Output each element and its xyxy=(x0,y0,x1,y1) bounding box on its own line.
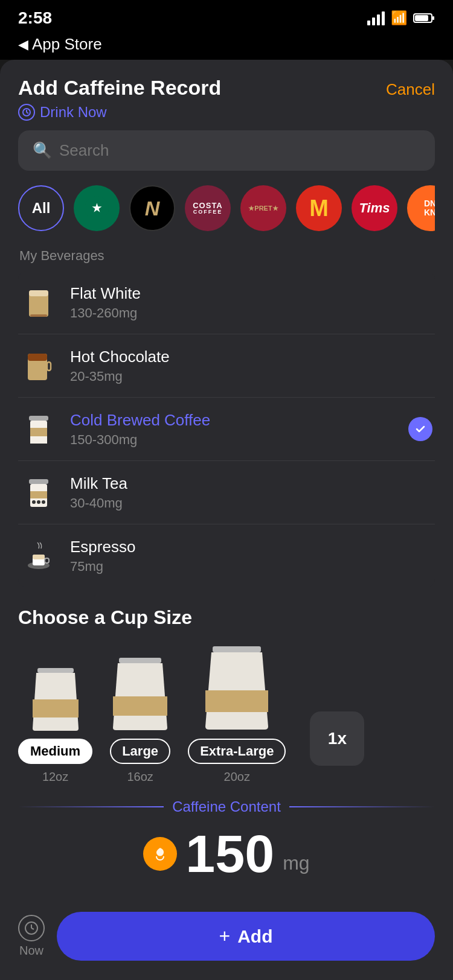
svg-rect-27 xyxy=(45,558,49,563)
cup-oz-medium: 12oz xyxy=(42,770,68,784)
drink-now-label: Drink Now xyxy=(40,104,107,121)
list-item[interactable]: Cold Brewed Coffee 150-300mg xyxy=(18,398,435,461)
svg-rect-13 xyxy=(47,362,51,371)
caffeine-divider-right xyxy=(289,806,435,807)
brand-chip-starbucks[interactable]: ★ xyxy=(74,185,120,231)
cup-size-medium[interactable]: Medium 12oz xyxy=(18,663,92,784)
add-button-label: Add xyxy=(237,926,272,947)
bev-icon-espresso xyxy=(18,535,59,576)
drink-now-icon xyxy=(18,104,35,121)
svg-line-37 xyxy=(31,928,34,929)
add-plus-icon: + xyxy=(219,925,230,947)
list-item[interactable]: Espresso 75mg xyxy=(18,524,435,587)
back-nav[interactable]: ◀ App Store xyxy=(0,33,453,60)
svg-rect-16 xyxy=(30,428,47,436)
cup-size-extra-large[interactable]: Extra-Large 20oz xyxy=(188,643,286,784)
back-label: App Store xyxy=(32,35,102,54)
brand-chip-tims[interactable]: Tims xyxy=(352,185,397,231)
now-label: Now xyxy=(19,944,43,958)
bev-name-milk-tea: Milk Tea xyxy=(70,474,435,493)
brand-chip-pret[interactable]: ★PRET★ xyxy=(240,185,286,231)
svg-rect-30 xyxy=(119,658,161,663)
bev-info-espresso: Espresso 75mg xyxy=(70,538,435,574)
svg-rect-12 xyxy=(28,354,47,361)
back-arrow-icon: ◀ xyxy=(18,37,28,52)
svg-point-21 xyxy=(32,500,36,504)
svg-rect-2 xyxy=(415,15,428,21)
list-item[interactable]: Flat White 130-260mg xyxy=(18,271,435,334)
bev-selected-check xyxy=(408,417,432,441)
svg-line-5 xyxy=(27,112,28,113)
list-item[interactable]: Milk Tea 30-40mg xyxy=(18,461,435,524)
wifi-icon: 📶 xyxy=(391,10,407,26)
svg-rect-14 xyxy=(29,416,48,421)
search-input[interactable] xyxy=(59,141,420,160)
cup-oz-large: 16oz xyxy=(127,770,153,784)
bev-icon-milk-tea xyxy=(18,472,59,513)
search-bar[interactable]: 🔍 xyxy=(18,130,435,171)
bev-name-hot-chocolate: Hot Chocolate xyxy=(70,348,435,366)
svg-rect-32 xyxy=(213,646,261,652)
caffeine-content-label: Caffeine Content xyxy=(172,798,281,815)
drink-now-row[interactable]: Drink Now xyxy=(18,104,221,121)
cup-size-section: Choose a Cup Size Medium 12oz L xyxy=(18,606,435,784)
status-time: 2:58 xyxy=(18,8,52,28)
brand-chip-costa[interactable]: COSTA COFFEE xyxy=(185,185,231,231)
svg-rect-28 xyxy=(37,668,74,673)
caffeine-divider-row: Caffeine Content xyxy=(18,798,435,815)
add-button[interactable]: + Add xyxy=(57,912,435,961)
status-bar: 2:58 📶 xyxy=(0,0,453,33)
svg-rect-29 xyxy=(33,699,79,718)
caffeine-amount-row: 150 mg xyxy=(143,827,309,880)
brand-chip-nespresso[interactable]: N xyxy=(129,185,175,231)
sheet-title-group: Add Caffeine Record Drink Now xyxy=(18,77,221,121)
add-footer: Now + Add xyxy=(18,900,435,980)
svg-rect-33 xyxy=(205,690,268,712)
battery-icon xyxy=(413,13,435,24)
cup-size-title: Choose a Cup Size xyxy=(18,606,435,629)
bev-caffeine-hot-chocolate: 20-35mg xyxy=(70,369,435,384)
beverages-list: Flat White 130-260mg Hot Chocolate 20-35… xyxy=(18,271,435,587)
brand-chip-mcdonalds[interactable]: M xyxy=(296,185,342,231)
now-button[interactable]: Now xyxy=(18,915,45,958)
bev-icon-hot-chocolate xyxy=(18,345,59,386)
caffeine-number: 150 xyxy=(185,827,274,880)
svg-rect-10 xyxy=(30,314,47,317)
brand-chip-all[interactable]: All xyxy=(18,185,64,231)
bev-caffeine-cold-brewed: 150-300mg xyxy=(70,432,397,448)
svg-rect-31 xyxy=(113,696,167,716)
svg-point-22 xyxy=(37,500,40,504)
svg-text:★: ★ xyxy=(92,202,102,214)
status-icons: 📶 xyxy=(367,10,435,26)
svg-rect-26 xyxy=(33,555,45,559)
cancel-button[interactable]: Cancel xyxy=(386,77,435,99)
bev-icon-cold-brewed xyxy=(18,409,59,450)
bev-name-espresso: Espresso xyxy=(70,538,435,556)
caffeine-unit: mg xyxy=(283,852,309,880)
bev-info-hot-chocolate: Hot Chocolate 20-35mg xyxy=(70,348,435,384)
search-icon: 🔍 xyxy=(33,141,52,160)
list-item[interactable]: Hot Chocolate 20-35mg xyxy=(18,334,435,398)
svg-rect-9 xyxy=(29,290,48,296)
brand-chip-dunkin[interactable]: DNKN xyxy=(407,185,435,231)
cup-size-large[interactable]: Large 16oz xyxy=(107,654,173,784)
bev-info-milk-tea: Milk Tea 30-40mg xyxy=(70,474,435,511)
bev-caffeine-milk-tea: 30-40mg xyxy=(70,495,435,511)
svg-rect-17 xyxy=(30,436,47,444)
bev-info-flat-white: Flat White 130-260mg xyxy=(70,284,435,321)
cup-label-medium: Medium xyxy=(18,739,92,764)
svg-point-23 xyxy=(42,500,45,504)
bev-caffeine-flat-white: 130-260mg xyxy=(70,305,435,321)
multiplier-box[interactable]: 1x xyxy=(310,711,364,766)
sheet-title: Add Caffeine Record xyxy=(18,77,221,99)
bev-info-cold-brewed: Cold Brewed Coffee 150-300mg xyxy=(70,411,397,448)
sheet-header: Add Caffeine Record Drink Now Cancel xyxy=(18,77,435,121)
cup-size-options: Medium 12oz Large 16oz xyxy=(18,643,435,784)
caffeine-content-section: Caffeine Content 150 mg xyxy=(18,798,435,880)
bev-caffeine-espresso: 75mg xyxy=(70,559,435,574)
caffeine-divider-left xyxy=(18,806,164,807)
cup-label-extra-large: Extra-Large xyxy=(188,739,286,764)
svg-rect-20 xyxy=(30,491,47,498)
svg-rect-18 xyxy=(29,479,48,484)
brand-filter-list: All ★ N COSTA COFFEE ★PRET★ M xyxy=(18,185,435,234)
